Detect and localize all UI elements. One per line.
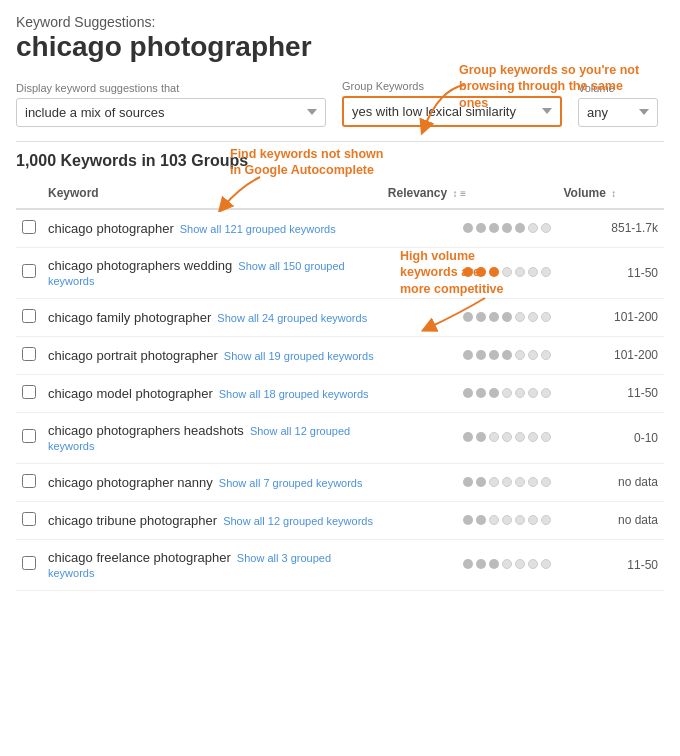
row-checkbox[interactable] [22,429,36,443]
relevancy-dots [463,559,551,569]
row-checkbox[interactable] [22,385,36,399]
relevancy-dot [476,388,486,398]
page-subtitle: Keyword Suggestions: [16,14,664,30]
relevancy-dot [476,559,486,569]
relevancy-dot [502,432,512,442]
keyword-cell: chicago photographer nannyShow all 7 gro… [42,463,382,501]
row-checkbox[interactable] [22,309,36,323]
table-row: chicago portrait photographerShow all 19… [16,336,664,374]
summary-section: 1,000 Keywords in 103 Groups Find keywor… [0,142,680,178]
keyword-cell: chicago photographers headshotsShow all … [42,412,382,463]
relevancy-cell [382,209,558,248]
relevancy-dot [489,312,499,322]
relevancy-dot [489,559,499,569]
relevancy-dot [541,223,551,233]
relevancy-dot [502,477,512,487]
relevancy-dot [515,350,525,360]
row-checkbox[interactable] [22,512,36,526]
relevancy-dot [502,223,512,233]
th-volume: Volume ↕ [557,178,664,209]
volume-cell: 101-200 [557,336,664,374]
relevancy-dot [528,350,538,360]
volume-sort-icon[interactable]: ↕ [611,188,616,199]
relevancy-dot [489,477,499,487]
th-keyword: Keyword [42,178,382,209]
relevancy-cell [382,374,558,412]
th-check [16,178,42,209]
relevancy-dot [502,388,512,398]
row-checkbox[interactable] [22,220,36,234]
keyword-text: chicago model photographer [48,386,213,401]
keyword-group-link[interactable]: Show all 7 grouped keywords [219,477,363,489]
relevancy-dot [476,350,486,360]
keyword-text: chicago photographers wedding [48,258,232,273]
display-control: Display keyword suggestions that include… [16,82,326,127]
keyword-cell: chicago tribune photographerShow all 12 … [42,501,382,539]
relevancy-dot [515,515,525,525]
page-title: chicago photographer [16,30,664,64]
row-checkbox[interactable] [22,264,36,278]
autocomplete-annotation: Find keywords not shownin Google Autocom… [230,146,425,180]
keyword-cell: chicago portrait photographerShow all 19… [42,336,382,374]
table-row: chicago photographers headshotsShow all … [16,412,664,463]
volume-cell: 0-10 [557,412,664,463]
keyword-text: chicago photographer nanny [48,475,213,490]
group-annotation: Group keywords so you're not browsing th… [459,62,654,113]
keyword-group-link[interactable]: Show all 12 grouped keywords [223,515,373,527]
relevancy-dot [463,477,473,487]
relevancy-dot [476,312,486,322]
keyword-text: chicago photographer [48,221,174,236]
relevancy-dot [463,559,473,569]
volume-cell: 101-200 [557,298,664,336]
relevancy-dot [541,388,551,398]
relevancy-dot [476,432,486,442]
relevancy-dot [528,559,538,569]
relevancy-dot [502,312,512,322]
relevancy-dot [463,388,473,398]
relevancy-dot [528,477,538,487]
row-checkbox[interactable] [22,474,36,488]
keyword-cell: chicago photographers weddingShow all 15… [42,247,382,298]
keyword-cell: chicago model photographerShow all 18 gr… [42,374,382,412]
keyword-cell: chicago family photographerShow all 24 g… [42,298,382,336]
table-row: chicago freelance photographerShow all 3… [16,539,664,590]
volume-cell: no data [557,501,664,539]
relevancy-dot [463,432,473,442]
relevancy-dot [489,432,499,442]
page-header: Keyword Suggestions: chicago photographe… [0,0,680,70]
volume-cell: 11-50 [557,247,664,298]
relevancy-sort-icon[interactable]: ↕ ≡ [453,188,467,199]
relevancy-dots [463,312,551,322]
relevancy-dot [502,559,512,569]
relevancy-dot [476,515,486,525]
table-row: chicago model photographerShow all 18 gr… [16,374,664,412]
relevancy-dots [463,388,551,398]
relevancy-dot [515,432,525,442]
relevancy-cell [382,336,558,374]
relevancy-dot [528,432,538,442]
relevancy-dot [489,515,499,525]
relevancy-dot [541,350,551,360]
display-select[interactable]: include a mix of sources [16,98,326,127]
relevancy-dot [541,312,551,322]
relevancy-dot [541,559,551,569]
keywords-table: Keyword Relevancy ↕ ≡ Volume ↕ chicago p… [16,178,664,591]
relevancy-dot [528,388,538,398]
row-checkbox[interactable] [22,556,36,570]
relevancy-cell [382,463,558,501]
relevancy-dot [541,432,551,442]
keyword-group-link[interactable]: Show all 18 grouped keywords [219,388,369,400]
volume-cell: 11-50 [557,539,664,590]
keyword-group-link[interactable]: Show all 121 grouped keywords [180,223,336,235]
relevancy-dot [476,477,486,487]
table-row: chicago family photographerShow all 24 g… [16,298,664,336]
relevancy-dots [463,515,551,525]
volume-cell: no data [557,463,664,501]
relevancy-cell [382,501,558,539]
table-row: chicago photographerShow all 121 grouped… [16,209,664,248]
keyword-group-link[interactable]: Show all 19 grouped keywords [224,350,374,362]
keyword-group-link[interactable]: Show all 24 grouped keywords [217,312,367,324]
relevancy-dot [463,312,473,322]
keyword-text: chicago family photographer [48,310,211,325]
row-checkbox[interactable] [22,347,36,361]
